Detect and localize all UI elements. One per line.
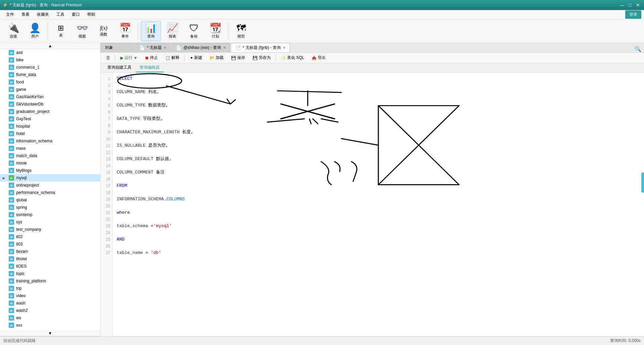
sidebar-item-match[interactable]: ▤ match_data xyxy=(0,152,100,159)
toolbar-query[interactable]: 📊 查询 xyxy=(141,21,161,41)
toolbar-model[interactable]: 🗺 模型 xyxy=(231,21,251,41)
toolbar-schedule[interactable]: 📆 计划 xyxy=(205,21,225,41)
sidebar-item-graduation[interactable]: ▤ graduation_project xyxy=(0,108,100,115)
sidebar-item-tlexam[interactable]: ▤ tlexam xyxy=(0,248,100,255)
new-button[interactable]: ✦ 新建 xyxy=(187,54,205,62)
sidebar-item-tloes[interactable]: ▤ tlOES xyxy=(0,263,100,270)
sidebar-item-hospital[interactable]: ▤ hospital xyxy=(0,123,100,130)
toolbar-function[interactable]: f(x) 函数 xyxy=(94,21,114,41)
sidebar-item-label: onlineproject xyxy=(16,183,39,188)
sidebar-scroll-up[interactable]: ▲ xyxy=(0,43,100,49)
code-line-17: FROM xyxy=(117,183,640,189)
tab-shihao[interactable]: 📄 @shihao (xxx) - 查询 ✕ xyxy=(171,43,230,52)
login-button[interactable]: 登录 xyxy=(625,10,641,19)
new-icon: ✦ xyxy=(190,56,193,60)
tab-fgnb[interactable]: 📄 * 无标题 (fgnb) - 查询 ✕ xyxy=(231,43,290,52)
toolbar-event[interactable]: 📅 事件 xyxy=(115,21,135,41)
sidebar-item-wash[interactable]: ▤ wash xyxy=(0,299,100,307)
sidebar-item-movie[interactable]: ▤ movie xyxy=(0,159,100,167)
toolbar-connect[interactable]: 🔌 连接 xyxy=(3,21,23,41)
save-icon: 💾 xyxy=(231,56,236,60)
maximize-button[interactable]: □ xyxy=(627,2,633,8)
sidebar-scroll-down[interactable]: ▼ xyxy=(0,330,100,336)
menu-favorites[interactable]: 收藏夹 xyxy=(34,11,52,18)
sidebar-item-flume[interactable]: ▤ flume_data xyxy=(0,71,100,78)
beautify-button[interactable]: ✨ 美化 SQL xyxy=(278,54,307,62)
db-icon: ▤ xyxy=(9,242,14,247)
tab-close-btn[interactable]: ✕ xyxy=(283,46,285,50)
sidebar-item-sys[interactable]: ▤ sys xyxy=(0,218,100,226)
sidebar-item-gkvolunteer[interactable]: ▤ GkVolunteerDb xyxy=(0,100,100,108)
sidebar-item-tlhotel[interactable]: ▤ tlhotel xyxy=(0,255,100,263)
toolbar-table[interactable]: ⊞ 表 xyxy=(51,21,71,41)
close-button[interactable]: ✕ xyxy=(635,2,641,8)
sidebar-item-commerce[interactable]: ▤ commerce_1 xyxy=(0,64,100,71)
hamburger-menu-button[interactable]: ☰ xyxy=(103,54,113,62)
sidebar-item-xxx[interactable]: ▤ xxx xyxy=(0,322,100,329)
toolbar-backup[interactable]: 🛡 备份 xyxy=(184,21,204,41)
sidebar-item-spring[interactable]: ▤ spring xyxy=(0,204,100,211)
sidebar-item-myblogs[interactable]: ▤ MyBlogs xyxy=(0,167,100,174)
sidebar-item-mysql[interactable]: ▶ ▤ mysql xyxy=(0,174,100,182)
sidebar-item-performance[interactable]: ▤ performance_schema xyxy=(0,189,100,196)
sub-tab-query-editor[interactable]: 查询编辑器 xyxy=(136,63,164,72)
sidebar-item-video[interactable]: ▤ video xyxy=(0,292,100,299)
db-icon: ▤ xyxy=(9,124,14,129)
sidebar-item-information[interactable]: ▤ information_schema xyxy=(0,137,100,145)
sidebar-item-food[interactable]: ▤ food xyxy=(0,78,100,86)
sidebar-item-training[interactable]: ▤ training_platform xyxy=(0,277,100,285)
status-bar: 自动完成代码就绪 查询时间: 0.000s xyxy=(0,336,644,345)
sidebar-item-hotel[interactable]: ▤ hotel xyxy=(0,130,100,137)
sidebar-item-wash2[interactable]: ▤ wash2 xyxy=(0,307,100,314)
run-button[interactable]: ▶ 运行 ▼ xyxy=(117,54,141,62)
sidebar-item-tl02[interactable]: ▤ tl02 xyxy=(0,233,100,240)
sidebar-item-qiubai[interactable]: ▤ qiubai xyxy=(0,196,100,204)
sidebar-item-bike[interactable]: ▤ bike xyxy=(0,56,100,64)
sidebar-item-testcompany[interactable]: ▤ test_company xyxy=(0,226,100,233)
menu-view[interactable]: 查看 xyxy=(18,11,33,18)
sidebar-item-onlineproject[interactable]: ▤ onlineproject xyxy=(0,182,100,189)
search-query-button[interactable]: 🔍 xyxy=(635,46,641,52)
tab-untitled[interactable]: 📄 * 无标题 ✕ xyxy=(135,43,171,52)
sidebar-item-mass[interactable]: ▤ mass xyxy=(0,145,100,152)
minimize-button[interactable]: — xyxy=(619,2,625,8)
save-as-button[interactable]: 💾 另存为 xyxy=(250,54,274,62)
right-scroll-indicator[interactable] xyxy=(641,172,644,193)
explain-button[interactable]: 📋 解释 xyxy=(162,54,182,62)
export-button[interactable]: 📤 导出 xyxy=(309,54,329,62)
sidebar-item-label: mysql xyxy=(16,176,26,180)
save-button[interactable]: 💾 保存 xyxy=(228,54,248,62)
sidebar-item-tl03[interactable]: ▤ tl03 xyxy=(0,240,100,248)
sidebar-item-trip[interactable]: ▤ trip xyxy=(0,285,100,292)
line-num: 16 xyxy=(101,176,112,183)
function-icon: f(x) xyxy=(100,25,107,31)
sidebar-item-gxptest[interactable]: ▤ GxpTest xyxy=(0,115,100,123)
db-icon: ▤ xyxy=(9,109,14,114)
line-num: 25 xyxy=(101,236,112,243)
code-editor[interactable]: SELECT COLUMN_NAME 列名, COLUMN_TYPE 数据类型,… xyxy=(113,73,644,336)
toolbar-user[interactable]: 👤 用户 xyxy=(25,21,45,41)
line-numbers: 1 2 3 4 5 6 7 8 9 10 11 12 13 14 15 16 1… xyxy=(101,73,113,336)
toolbar-view[interactable]: 👓 视图 xyxy=(72,21,92,41)
sidebar-item-topic[interactable]: ▤ topic xyxy=(0,270,100,277)
menu-help[interactable]: 帮助 xyxy=(84,11,99,18)
load-button[interactable]: 📂 加载 xyxy=(207,54,227,62)
tab-close-btn[interactable]: ✕ xyxy=(164,46,166,50)
sidebar-item-asd[interactable]: ▤ asd xyxy=(0,49,100,56)
sidebar-item-ws[interactable]: ▤ ws xyxy=(0,314,100,322)
db-icon: ▤ xyxy=(9,256,14,262)
tab-close-btn[interactable]: ✕ xyxy=(223,46,226,50)
stop-button[interactable]: ⏹ 停止 xyxy=(142,54,161,62)
line-num: 11 xyxy=(101,142,112,149)
tab-object[interactable]: 对象 xyxy=(101,43,134,52)
sub-tab-query-builder[interactable]: 查询创建工具 xyxy=(103,63,136,72)
app-icon: ⚡ xyxy=(3,3,8,7)
sidebar-item-gaoxiao[interactable]: ▤ GaoXiaoKeYan xyxy=(0,93,100,100)
sidebar-item-ssmtemp[interactable]: ▤ ssmtemp xyxy=(0,211,100,218)
menu-file[interactable]: 文件 xyxy=(3,11,17,18)
menu-window[interactable]: 窗口 xyxy=(68,11,83,18)
sidebar-item-label: spring xyxy=(16,205,27,210)
menu-tools[interactable]: 工具 xyxy=(53,11,68,18)
toolbar-report[interactable]: 📈 报表 xyxy=(162,21,182,41)
sidebar-item-game[interactable]: ▤ game xyxy=(0,86,100,93)
